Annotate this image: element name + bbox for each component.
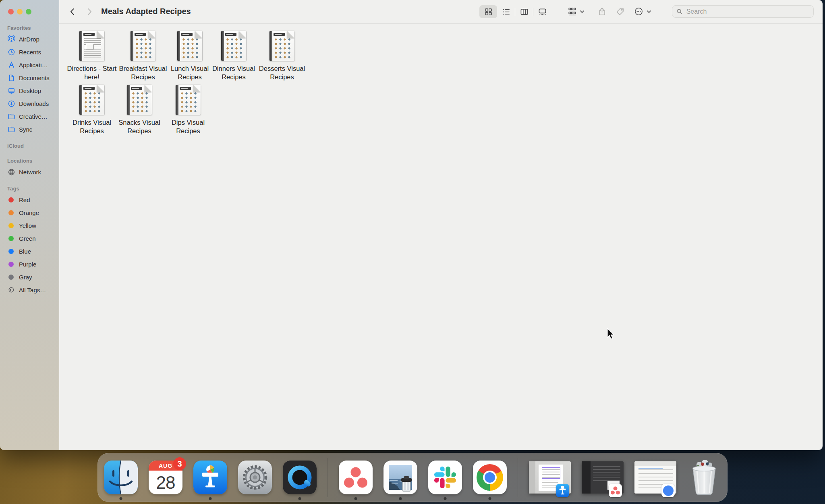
trash-icon — [687, 459, 721, 496]
sidebar-item-label: Downloads — [19, 100, 49, 107]
group-by-button[interactable] — [568, 7, 585, 16]
sidebar-item-sync[interactable]: Sync — [3, 123, 56, 136]
more-options-button[interactable] — [634, 7, 652, 16]
keynote-icon — [193, 461, 227, 494]
document-thumbnail — [221, 31, 246, 61]
sidebar-item-label: Network — [19, 169, 41, 176]
running-indicator — [399, 497, 402, 500]
share-button[interactable] — [597, 7, 607, 16]
tag-label: Gray — [19, 274, 32, 281]
dock-minimized-keynote-window[interactable] — [529, 461, 571, 494]
asana-icon — [339, 461, 373, 494]
running-indicator — [354, 497, 357, 500]
search-field[interactable] — [672, 5, 814, 18]
purple-tag-icon — [8, 262, 14, 267]
sidebar-item-airdrop[interactable]: AirDrop — [3, 33, 56, 45]
red-tag-icon — [8, 197, 14, 202]
icon-view-button[interactable] — [479, 5, 497, 18]
document-thumbnail — [176, 85, 201, 115]
file-name: Breakfast Visual Recipes — [119, 64, 167, 81]
file-drinks-visual-recipes[interactable]: Drinks Visual Recipes — [68, 85, 116, 135]
dock-preview[interactable] — [383, 461, 417, 494]
file-name: Lunch Visual Recipes — [166, 64, 214, 81]
running-indicator — [444, 497, 447, 500]
window-thumbnail-sidebar — [582, 461, 591, 494]
sidebar-item-all-tags[interactable]: All Tags… — [3, 283, 56, 296]
sidebar-item-downloads[interactable]: Downloads — [3, 97, 56, 110]
sidebar-tag-yellow[interactable]: Yellow — [3, 219, 56, 232]
sidebar-tag-purple[interactable]: Purple — [3, 258, 56, 271]
dock-minimized-chrome-window[interactable] — [634, 461, 676, 494]
search-input[interactable] — [686, 8, 809, 16]
sidebar-tag-green[interactable]: Green — [3, 232, 56, 245]
sidebar-item-applications[interactable]: Applicati… — [3, 58, 56, 71]
sidebar-section-locations: Locations — [3, 155, 56, 165]
dock-quicktime[interactable] — [283, 461, 317, 494]
document-thumbnail — [269, 31, 294, 61]
sidebar-item-documents[interactable]: Documents — [3, 71, 56, 84]
calendar-icon: AUG 28 3 — [149, 461, 182, 494]
notification-badge: 3 — [173, 457, 186, 470]
slack-icon — [428, 461, 462, 494]
document-thumbnail — [131, 31, 155, 61]
dock-trash[interactable] — [687, 461, 721, 494]
dock-system-settings[interactable] — [238, 461, 272, 494]
file-name: Desserts Visual Recipes — [258, 64, 306, 81]
yellow-tag-icon — [8, 223, 14, 228]
minimize-button[interactable] — [17, 9, 23, 14]
file-lunch-visual-recipes[interactable]: Lunch Visual Recipes — [166, 31, 214, 81]
list-view-button[interactable] — [497, 5, 515, 18]
file-directions-start-here[interactable]: Directions - Start here! — [62, 31, 122, 81]
file-snacks-visual-recipes[interactable]: Snacks Visual Recipes — [115, 85, 164, 135]
dock-finder[interactable] — [104, 461, 138, 494]
sidebar-item-creative[interactable]: Creative… — [3, 110, 56, 123]
sidebar-item-network[interactable]: Network — [3, 165, 56, 178]
dock-slack[interactable] — [428, 461, 462, 494]
sidebar-tag-gray[interactable]: Gray — [3, 271, 56, 283]
window-controls — [8, 9, 31, 14]
tag-label: Red — [19, 196, 30, 203]
finder-icon — [104, 461, 138, 494]
folder-icon — [7, 112, 15, 120]
column-view-button[interactable] — [515, 5, 533, 18]
file-dips-visual-recipes[interactable]: Dips Visual Recipes — [164, 85, 212, 135]
file-dinners-visual-recipes[interactable]: Dinners Visual Recipes — [209, 31, 258, 81]
gallery-view-button[interactable] — [533, 5, 551, 18]
zoom-button[interactable] — [26, 9, 31, 14]
dock-chrome[interactable] — [473, 461, 507, 494]
view-switcher — [479, 5, 551, 18]
running-indicator — [120, 497, 122, 500]
file-name: Snacks Visual Recipes — [115, 118, 164, 135]
sidebar-tag-red[interactable]: Red — [3, 193, 56, 206]
file-name: Dinners Visual Recipes — [209, 64, 258, 81]
tag-label: Green — [19, 235, 36, 242]
document-thumbnail — [177, 31, 202, 61]
tag-button[interactable] — [616, 7, 625, 16]
dock-asana[interactable] — [339, 461, 373, 494]
window-thumbnail-sidebar — [529, 461, 535, 494]
dock-minimized-asana-window[interactable] — [582, 461, 624, 494]
sidebar-item-label: Applicati… — [19, 62, 48, 68]
sidebar-tag-orange[interactable]: Orange — [3, 206, 56, 219]
sidebar-item-label: All Tags… — [19, 287, 46, 293]
preview-icon — [383, 461, 417, 494]
downloads-icon — [7, 99, 15, 107]
sidebar-item-desktop[interactable]: Desktop — [3, 84, 56, 97]
sidebar-item-recents[interactable]: Recents — [3, 45, 56, 58]
tag-label: Yellow — [19, 222, 36, 229]
gray-tag-icon — [8, 275, 14, 280]
file-desserts-visual-recipes[interactable]: Desserts Visual Recipes — [258, 31, 306, 81]
close-button[interactable] — [8, 9, 14, 14]
dock: AUG 28 3 — [97, 453, 728, 502]
forward-button[interactable] — [85, 7, 94, 16]
sidebar-tag-blue[interactable]: Blue — [3, 245, 56, 258]
all-tags-icon — [7, 286, 15, 294]
file-breakfast-visual-recipes[interactable]: Breakfast Visual Recipes — [119, 31, 167, 81]
tag-label: Purple — [19, 261, 36, 268]
back-button[interactable] — [68, 7, 77, 16]
window-thumbnail-toolbar — [634, 461, 676, 466]
dock-keynote[interactable] — [193, 461, 227, 494]
dock-calendar[interactable]: AUG 28 3 — [149, 461, 182, 494]
dock-divider — [518, 458, 518, 497]
chevron-down-icon — [646, 9, 652, 14]
